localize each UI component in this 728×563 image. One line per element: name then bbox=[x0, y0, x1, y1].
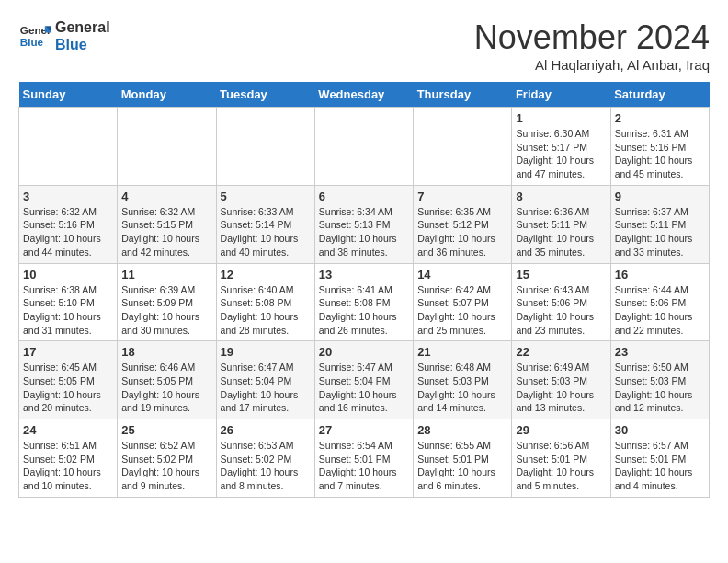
day-info: Sunrise: 6:47 AM Sunset: 5:04 PM Dayligh… bbox=[221, 361, 311, 415]
calendar-cell: 3Sunrise: 6:32 AM Sunset: 5:16 PM Daylig… bbox=[19, 185, 118, 263]
logo: General Blue General Blue bbox=[18, 18, 110, 53]
day-number: 12 bbox=[221, 268, 311, 282]
day-info: Sunrise: 6:50 AM Sunset: 5:03 PM Dayligh… bbox=[615, 361, 705, 415]
day-info: Sunrise: 6:51 AM Sunset: 5:02 PM Dayligh… bbox=[23, 439, 113, 493]
day-number: 27 bbox=[319, 423, 409, 437]
calendar-cell: 21Sunrise: 6:48 AM Sunset: 5:03 PM Dayli… bbox=[414, 341, 512, 419]
day-number: 19 bbox=[221, 345, 311, 359]
header: General Blue General Blue November 2024 … bbox=[18, 18, 710, 73]
header-day-sunday: Sunday bbox=[19, 82, 118, 108]
header-day-tuesday: Tuesday bbox=[216, 82, 314, 108]
calendar-cell: 6Sunrise: 6:34 AM Sunset: 5:13 PM Daylig… bbox=[314, 185, 413, 263]
day-number: 25 bbox=[121, 423, 211, 437]
calendar-cell: 30Sunrise: 6:57 AM Sunset: 5:01 PM Dayli… bbox=[610, 419, 709, 498]
day-info: Sunrise: 6:38 AM Sunset: 5:10 PM Dayligh… bbox=[23, 283, 113, 338]
location: Al Haqlaniyah, Al Anbar, Iraq bbox=[474, 57, 710, 73]
calendar-cell: 8Sunrise: 6:36 AM Sunset: 5:11 PM Daylig… bbox=[512, 185, 610, 263]
day-info: Sunrise: 6:30 AM Sunset: 5:17 PM Dayligh… bbox=[516, 127, 606, 181]
calendar-header-row: SundayMondayTuesdayWednesdayThursdayFrid… bbox=[19, 82, 710, 108]
day-info: Sunrise: 6:42 AM Sunset: 5:07 PM Dayligh… bbox=[417, 283, 507, 338]
calendar-cell: 12Sunrise: 6:40 AM Sunset: 5:08 PM Dayli… bbox=[216, 263, 314, 341]
calendar-cell: 18Sunrise: 6:46 AM Sunset: 5:05 PM Dayli… bbox=[118, 341, 216, 419]
day-number: 28 bbox=[417, 423, 507, 437]
calendar-cell: 5Sunrise: 6:33 AM Sunset: 5:14 PM Daylig… bbox=[216, 185, 314, 263]
day-number: 6 bbox=[319, 190, 409, 203]
calendar-cell: 16Sunrise: 6:44 AM Sunset: 5:06 PM Dayli… bbox=[610, 263, 709, 341]
header-day-wednesday: Wednesday bbox=[314, 82, 413, 108]
day-number: 4 bbox=[121, 190, 211, 203]
header-day-saturday: Saturday bbox=[610, 82, 709, 108]
calendar-cell: 24Sunrise: 6:51 AM Sunset: 5:02 PM Dayli… bbox=[19, 419, 118, 498]
svg-text:Blue: Blue bbox=[20, 36, 44, 48]
calendar-cell: 17Sunrise: 6:45 AM Sunset: 5:05 PM Dayli… bbox=[19, 341, 118, 419]
day-number: 15 bbox=[516, 268, 606, 282]
calendar-week-row: 17Sunrise: 6:45 AM Sunset: 5:05 PM Dayli… bbox=[19, 341, 710, 419]
day-info: Sunrise: 6:53 AM Sunset: 5:02 PM Dayligh… bbox=[221, 439, 311, 493]
calendar-cell bbox=[216, 108, 314, 186]
day-number: 5 bbox=[221, 190, 311, 203]
calendar-cell: 4Sunrise: 6:32 AM Sunset: 5:15 PM Daylig… bbox=[118, 185, 216, 263]
day-info: Sunrise: 6:39 AM Sunset: 5:09 PM Dayligh… bbox=[121, 283, 211, 338]
day-number: 17 bbox=[23, 345, 113, 359]
title-section: November 2024 Al Haqlaniyah, Al Anbar, I… bbox=[474, 18, 710, 73]
day-info: Sunrise: 6:37 AM Sunset: 5:11 PM Dayligh… bbox=[615, 205, 705, 259]
calendar-cell: 10Sunrise: 6:38 AM Sunset: 5:10 PM Dayli… bbox=[19, 263, 118, 341]
logo-general: General bbox=[55, 18, 110, 36]
day-info: Sunrise: 6:47 AM Sunset: 5:04 PM Dayligh… bbox=[319, 361, 409, 415]
calendar-cell: 20Sunrise: 6:47 AM Sunset: 5:04 PM Dayli… bbox=[314, 341, 413, 419]
month-title: November 2024 bbox=[474, 18, 710, 57]
calendar-cell: 22Sunrise: 6:49 AM Sunset: 5:03 PM Dayli… bbox=[512, 341, 610, 419]
day-info: Sunrise: 6:55 AM Sunset: 5:01 PM Dayligh… bbox=[417, 439, 507, 493]
calendar-cell: 2Sunrise: 6:31 AM Sunset: 5:16 PM Daylig… bbox=[610, 108, 709, 186]
day-number: 22 bbox=[516, 345, 606, 359]
calendar-cell: 15Sunrise: 6:43 AM Sunset: 5:06 PM Dayli… bbox=[512, 263, 610, 341]
calendar-cell: 11Sunrise: 6:39 AM Sunset: 5:09 PM Dayli… bbox=[118, 263, 216, 341]
day-number: 11 bbox=[121, 268, 211, 282]
day-info: Sunrise: 6:36 AM Sunset: 5:11 PM Dayligh… bbox=[516, 205, 606, 259]
calendar-cell: 19Sunrise: 6:47 AM Sunset: 5:04 PM Dayli… bbox=[216, 341, 314, 419]
day-number: 8 bbox=[516, 190, 606, 203]
day-number: 30 bbox=[615, 423, 705, 437]
day-info: Sunrise: 6:49 AM Sunset: 5:03 PM Dayligh… bbox=[516, 361, 606, 415]
header-day-thursday: Thursday bbox=[414, 82, 512, 108]
calendar-cell: 9Sunrise: 6:37 AM Sunset: 5:11 PM Daylig… bbox=[610, 185, 709, 263]
day-number: 2 bbox=[615, 111, 705, 125]
day-info: Sunrise: 6:45 AM Sunset: 5:05 PM Dayligh… bbox=[23, 361, 113, 415]
day-info: Sunrise: 6:32 AM Sunset: 5:15 PM Dayligh… bbox=[121, 205, 211, 259]
day-number: 1 bbox=[516, 111, 606, 125]
calendar-cell: 7Sunrise: 6:35 AM Sunset: 5:12 PM Daylig… bbox=[414, 185, 512, 263]
day-number: 20 bbox=[319, 345, 409, 359]
day-number: 7 bbox=[417, 190, 507, 203]
day-info: Sunrise: 6:31 AM Sunset: 5:16 PM Dayligh… bbox=[615, 127, 705, 181]
calendar-cell: 26Sunrise: 6:53 AM Sunset: 5:02 PM Dayli… bbox=[216, 419, 314, 498]
day-info: Sunrise: 6:41 AM Sunset: 5:08 PM Dayligh… bbox=[319, 283, 409, 338]
day-number: 3 bbox=[23, 190, 113, 203]
calendar-cell bbox=[19, 108, 118, 186]
day-info: Sunrise: 6:35 AM Sunset: 5:12 PM Dayligh… bbox=[417, 205, 507, 259]
day-info: Sunrise: 6:48 AM Sunset: 5:03 PM Dayligh… bbox=[417, 361, 507, 415]
day-number: 9 bbox=[615, 190, 705, 203]
calendar-cell: 29Sunrise: 6:56 AM Sunset: 5:01 PM Dayli… bbox=[512, 419, 610, 498]
day-info: Sunrise: 6:34 AM Sunset: 5:13 PM Dayligh… bbox=[319, 205, 409, 259]
day-number: 10 bbox=[23, 268, 113, 282]
calendar-week-row: 1Sunrise: 6:30 AM Sunset: 5:17 PM Daylig… bbox=[19, 108, 710, 186]
logo-icon: General Blue bbox=[18, 19, 51, 52]
day-info: Sunrise: 6:57 AM Sunset: 5:01 PM Dayligh… bbox=[615, 439, 705, 493]
calendar-cell: 27Sunrise: 6:54 AM Sunset: 5:01 PM Dayli… bbox=[314, 419, 413, 498]
calendar-cell: 25Sunrise: 6:52 AM Sunset: 5:02 PM Dayli… bbox=[118, 419, 216, 498]
day-info: Sunrise: 6:52 AM Sunset: 5:02 PM Dayligh… bbox=[121, 439, 211, 493]
day-info: Sunrise: 6:43 AM Sunset: 5:06 PM Dayligh… bbox=[516, 283, 606, 338]
calendar-week-row: 3Sunrise: 6:32 AM Sunset: 5:16 PM Daylig… bbox=[19, 185, 710, 263]
day-info: Sunrise: 6:33 AM Sunset: 5:14 PM Dayligh… bbox=[221, 205, 311, 259]
calendar-cell bbox=[118, 108, 216, 186]
calendar-table: SundayMondayTuesdayWednesdayThursdayFrid… bbox=[18, 82, 710, 498]
day-number: 26 bbox=[221, 423, 311, 437]
day-number: 16 bbox=[615, 268, 705, 282]
day-info: Sunrise: 6:40 AM Sunset: 5:08 PM Dayligh… bbox=[221, 283, 311, 338]
header-day-friday: Friday bbox=[512, 82, 610, 108]
day-number: 24 bbox=[23, 423, 113, 437]
calendar-cell bbox=[314, 108, 413, 186]
day-number: 18 bbox=[121, 345, 211, 359]
calendar-cell: 28Sunrise: 6:55 AM Sunset: 5:01 PM Dayli… bbox=[414, 419, 512, 498]
calendar-cell: 13Sunrise: 6:41 AM Sunset: 5:08 PM Dayli… bbox=[314, 263, 413, 341]
